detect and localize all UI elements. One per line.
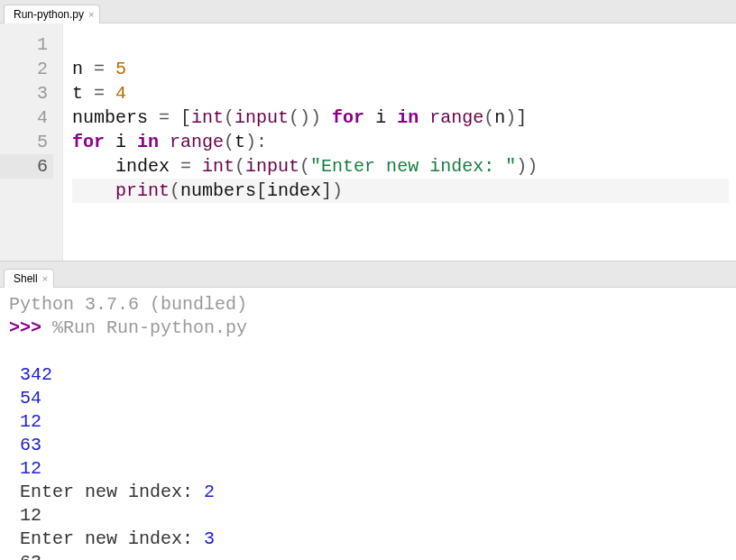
code-line: for i in range(t): <box>72 130 729 154</box>
line-number: 6 <box>0 154 53 179</box>
shell-prompt: >>> <box>9 317 52 338</box>
code-line: n = 5 <box>72 57 729 81</box>
shell-banner: Python 3.7.6 (bundled) <box>9 294 247 315</box>
code-line: index = int(input("Enter new index: ")) <box>72 154 729 179</box>
shell-output[interactable]: Python 3.7.6 (bundled) >>> %Run Run-pyth… <box>0 288 736 560</box>
code-area[interactable]: n = 5t = 4numbers = [int(input()) for i … <box>63 23 736 261</box>
line-number: 4 <box>0 106 53 130</box>
code-line: numbers = [int(input()) for i in range(n… <box>72 106 729 130</box>
code-line: t = 4 <box>72 81 729 106</box>
line-number-gutter: 1 2 3 4 5 6 <box>0 23 63 261</box>
line-number: 1 <box>0 32 53 57</box>
code-editor[interactable]: 1 2 3 4 5 6 n = 5t = 4numbers = [int(inp… <box>0 23 736 261</box>
code-line: print(numbers[index]) <box>72 179 729 203</box>
editor-tab[interactable]: Run-python.py × <box>4 5 100 23</box>
line-number: 5 <box>0 130 53 154</box>
shell-tab-bar: Shell × <box>0 264 736 288</box>
shell-run-command: %Run Run-python.py <box>52 317 247 338</box>
close-icon[interactable]: × <box>88 10 94 20</box>
line-number: 3 <box>0 81 53 106</box>
line-number: 2 <box>0 57 53 81</box>
editor-tab-bar: Run-python.py × <box>0 0 736 23</box>
close-icon[interactable]: × <box>42 274 48 284</box>
shell-io-lines: 342 54 12 63 12 Enter new index: 2 12 En… <box>9 364 215 560</box>
shell-tab[interactable]: Shell × <box>4 269 54 288</box>
shell-tab-label: Shell <box>14 272 38 285</box>
editor-tab-label: Run-python.py <box>14 8 84 21</box>
